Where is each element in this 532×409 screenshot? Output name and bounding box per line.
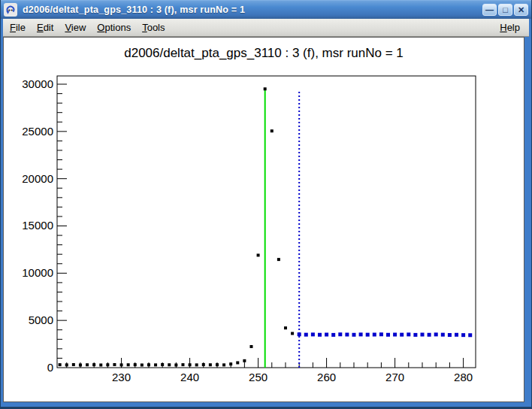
background-level-point — [428, 333, 431, 337]
histogram-data-point — [277, 258, 280, 261]
histogram-data-point — [291, 332, 294, 335]
histogram-data-point — [202, 363, 205, 366]
histogram-data-point — [195, 363, 198, 366]
y-axis-tick-label: 0 — [47, 361, 53, 374]
x-axis-tick-label: 230 — [112, 371, 131, 383]
histogram-data-point — [72, 363, 75, 366]
background-level-point — [434, 332, 438, 336]
maximize-button[interactable]: □ — [498, 4, 512, 16]
histogram-data-point — [154, 363, 157, 366]
x-axis-tick-label: 280 — [454, 371, 473, 383]
x-axis-tick-label: 250 — [249, 371, 268, 383]
histogram-data-point — [174, 363, 177, 366]
histogram-data-point — [189, 363, 192, 366]
background-level-point — [400, 333, 404, 337]
menu-view[interactable]: View — [60, 20, 90, 35]
histogram-data-point — [86, 363, 89, 366]
histogram-data-point — [271, 129, 274, 132]
x-axis-tick-label: 260 — [317, 371, 336, 383]
background-level-point — [379, 332, 383, 336]
x-axis-tick-label: 270 — [385, 371, 404, 383]
menu-tools[interactable]: Tools — [138, 20, 169, 35]
histogram-data-point — [99, 363, 102, 366]
svg-text:++: ++ — [8, 7, 14, 12]
histogram-data-point — [284, 326, 287, 329]
background-level-point — [338, 332, 342, 336]
histogram-data-point — [216, 363, 219, 366]
minimize-button[interactable]: — — [482, 4, 497, 16]
background-level-point — [325, 333, 328, 337]
histogram-data-point — [59, 363, 62, 366]
histogram-data-point — [79, 363, 82, 366]
window-controls: — □ ✕ — [482, 4, 528, 16]
root-canvas-window: ++ d2006/deltat_pta_gps_3110 : 3 (f), ms… — [0, 0, 532, 409]
y-axis-tick-label: 20000 — [22, 172, 53, 185]
histogram-data-point — [229, 362, 232, 365]
menu-options[interactable]: Options — [92, 20, 135, 35]
background-level-point — [393, 333, 397, 337]
x-axis-tick-label: 240 — [180, 371, 199, 383]
background-level-point — [304, 333, 308, 337]
histogram-data-point — [120, 363, 123, 366]
y-axis-tick-label: 25000 — [22, 125, 53, 138]
histogram-data-point — [257, 253, 260, 256]
background-level-point — [441, 333, 445, 337]
background-level-point — [311, 332, 315, 336]
plot-frame — [57, 76, 476, 368]
window-title: d2006/deltat_pta_gps_3110 : 3 (f), msr r… — [23, 5, 245, 15]
background-level-point — [359, 332, 363, 336]
y-axis-tick-label: 5000 — [29, 314, 53, 326]
histogram-data-point — [106, 363, 109, 366]
background-level-point — [407, 332, 410, 336]
background-level-point — [373, 333, 376, 337]
background-level-point — [318, 333, 322, 337]
histogram-data-point — [222, 363, 225, 366]
histogram-data-point — [127, 363, 130, 366]
background-level-point — [468, 333, 472, 337]
plot-title: d2006/deltat_pta_gps_3110 : 3 (f), msr r… — [4, 46, 524, 61]
background-level-point — [386, 333, 390, 337]
menubar: File Edit View Options Tools Help — [3, 19, 529, 37]
background-level-point — [421, 333, 425, 337]
menu-help[interactable]: Help — [495, 20, 524, 35]
histogram-data-point — [161, 363, 164, 366]
window-border-left — [0, 0, 1, 409]
background-level-point — [455, 333, 458, 337]
y-axis-tick-label: 15000 — [22, 219, 53, 232]
background-level-point — [352, 333, 355, 337]
histogram-data-point — [236, 361, 239, 364]
background-level-point — [331, 333, 335, 337]
background-level-point — [366, 333, 370, 337]
histogram-data-point — [168, 363, 171, 366]
histogram-data-point — [264, 87, 267, 90]
menu-edit[interactable]: Edit — [32, 20, 58, 35]
titlebar[interactable]: ++ d2006/deltat_pta_gps_3110 : 3 (f), ms… — [0, 0, 532, 19]
plot-canvas[interactable]: d2006/deltat_pta_gps_3110 : 3 (f), msr r… — [3, 37, 524, 402]
y-axis-tick-label: 10000 — [22, 266, 53, 279]
root-app-icon: ++ — [4, 3, 17, 17]
menu-file[interactable]: File — [5, 20, 30, 35]
background-level-point — [448, 333, 452, 337]
histogram-data-point — [181, 363, 184, 366]
histogram-data-point — [209, 363, 212, 366]
background-level-point — [413, 333, 417, 337]
root-logo-icon: ++ — [5, 5, 16, 15]
histogram-data-point — [134, 363, 137, 366]
y-axis-tick-label: 30000 — [22, 77, 53, 90]
background-level-point — [461, 333, 465, 337]
histogram-data-point — [249, 345, 252, 348]
histogram-data-point — [92, 363, 95, 366]
histogram-data-point — [141, 363, 144, 366]
background-level-point — [345, 333, 349, 337]
plot-svg: 2302402502602702800500010000150002000025… — [4, 38, 524, 401]
histogram-data-point — [113, 363, 116, 366]
histogram-data-point — [243, 359, 246, 362]
close-button[interactable]: ✕ — [514, 4, 528, 16]
background-level-point — [298, 332, 301, 336]
histogram-data-point — [65, 363, 68, 366]
histogram-data-point — [147, 363, 150, 366]
